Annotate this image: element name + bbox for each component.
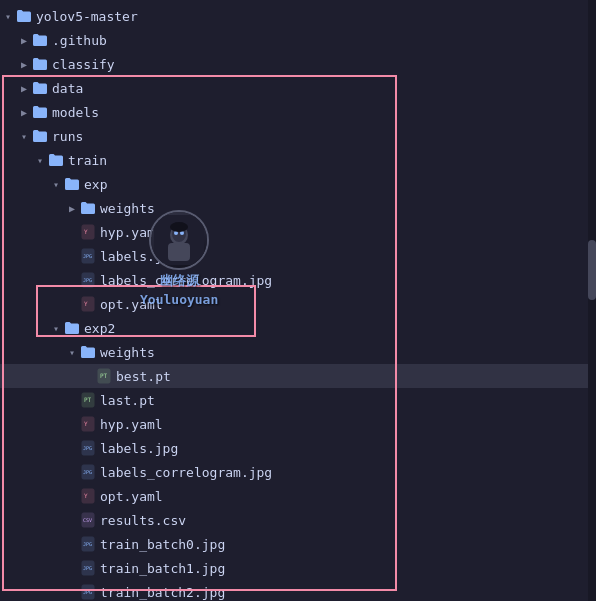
folder-icon [80, 344, 96, 360]
item-label: weights [100, 345, 155, 360]
svg-text:PT: PT [84, 396, 92, 403]
folder-arrow[interactable]: ▶ [16, 104, 32, 120]
tree-item-labelscor1[interactable]: JPG labels_correlogram.jpg [0, 268, 596, 292]
folder-arrow[interactable]: ▶ [16, 32, 32, 48]
svg-text:Y: Y [84, 420, 88, 427]
file-spacer [64, 512, 80, 528]
yaml-icon: Y [80, 224, 96, 240]
item-label: hyp.yaml [100, 417, 163, 432]
item-label: train_batch2.jpg [100, 585, 225, 600]
tree-item-classify[interactable]: ▶ classify [0, 52, 596, 76]
item-label: runs [52, 129, 83, 144]
file-spacer [64, 440, 80, 456]
tree-item-weights1[interactable]: ▶ weights [0, 196, 596, 220]
folder-icon [32, 80, 48, 96]
folder-arrow[interactable]: ▾ [16, 128, 32, 144]
file-spacer [64, 560, 80, 576]
svg-text:Y: Y [84, 300, 88, 307]
folder-arrow[interactable]: ▶ [64, 200, 80, 216]
tree-item-opt1[interactable]: Y opt.yaml [0, 292, 596, 316]
tree-item-lastpt[interactable]: PT last.pt [0, 388, 596, 412]
pt-icon: PT [96, 368, 112, 384]
scrollbar[interactable] [588, 0, 596, 601]
item-label: data [52, 81, 83, 96]
item-label: labels.jpg [100, 441, 178, 456]
svg-text:JPG: JPG [83, 253, 92, 259]
yaml-icon: Y [80, 296, 96, 312]
folder-icon [80, 200, 96, 216]
tree-item-runs[interactable]: ▾ runs [0, 124, 596, 148]
item-label: last.pt [100, 393, 155, 408]
tree-item-bestpt[interactable]: PT best.pt [0, 364, 596, 388]
item-label: .github [52, 33, 107, 48]
folder-icon [64, 176, 80, 192]
file-spacer [64, 416, 80, 432]
item-label: opt.yaml [100, 297, 163, 312]
svg-text:JPG: JPG [83, 589, 92, 595]
scrollbar-thumb[interactable] [588, 240, 596, 300]
folder-arrow[interactable]: ▾ [32, 152, 48, 168]
svg-text:JPG: JPG [83, 277, 92, 283]
file-spacer [64, 224, 80, 240]
folder-icon [16, 8, 32, 24]
item-label: classify [52, 57, 115, 72]
svg-text:Y: Y [84, 228, 88, 235]
tree-item-models[interactable]: ▶ models [0, 100, 596, 124]
file-spacer [64, 248, 80, 264]
folder-arrow[interactable]: ▾ [48, 320, 64, 336]
tree-item-weights2[interactable]: ▾ weights [0, 340, 596, 364]
svg-text:CSV: CSV [83, 517, 92, 523]
item-label: results.csv [100, 513, 186, 528]
item-label: weights [100, 201, 155, 216]
tree-item-github[interactable]: ▶ .github [0, 28, 596, 52]
svg-text:JPG: JPG [83, 445, 92, 451]
file-tree: ▾ yolov5-master▶ .github▶ classify▶ data… [0, 0, 596, 601]
jpg-icon: JPG [80, 560, 96, 576]
svg-text:PT: PT [100, 372, 108, 379]
jpg-icon: JPG [80, 440, 96, 456]
tree-item-batch1[interactable]: JPG train_batch1.jpg [0, 556, 596, 580]
item-label: exp [84, 177, 107, 192]
svg-text:JPG: JPG [83, 541, 92, 547]
jpg-icon: JPG [80, 248, 96, 264]
item-label: opt.yaml [100, 489, 163, 504]
folder-icon [32, 104, 48, 120]
folder-arrow[interactable]: ▾ [64, 344, 80, 360]
item-label: labels.jpg [100, 249, 178, 264]
tree-item-hyp2[interactable]: Y hyp.yaml [0, 412, 596, 436]
item-label: exp2 [84, 321, 115, 336]
file-spacer [64, 392, 80, 408]
file-spacer [64, 296, 80, 312]
file-spacer [64, 584, 80, 600]
item-label: labels_correlogram.jpg [100, 465, 272, 480]
folder-arrow[interactable]: ▶ [16, 80, 32, 96]
tree-item-data[interactable]: ▶ data [0, 76, 596, 100]
tree-item-hyp1[interactable]: Y hyp.yaml [0, 220, 596, 244]
file-spacer [64, 488, 80, 504]
tree-item-results[interactable]: CSV results.csv [0, 508, 596, 532]
file-spacer [80, 368, 96, 384]
folder-arrow[interactable]: ▾ [0, 8, 16, 24]
yaml-icon: Y [80, 416, 96, 432]
jpg-icon: JPG [80, 464, 96, 480]
file-spacer [64, 536, 80, 552]
tree-item-train[interactable]: ▾ train [0, 148, 596, 172]
tree-item-root[interactable]: ▾ yolov5-master [0, 4, 596, 28]
tree-item-batch0[interactable]: JPG train_batch0.jpg [0, 532, 596, 556]
csv-icon: CSV [80, 512, 96, 528]
tree-item-exp[interactable]: ▾ exp [0, 172, 596, 196]
tree-item-labelscor2[interactable]: JPG labels_correlogram.jpg [0, 460, 596, 484]
tree-item-labels1[interactable]: JPG labels.jpg [0, 244, 596, 268]
tree-item-exp2[interactable]: ▾ exp2 [0, 316, 596, 340]
file-spacer [64, 464, 80, 480]
folder-arrow[interactable]: ▶ [16, 56, 32, 72]
tree-item-batch2[interactable]: JPG train_batch2.jpg [0, 580, 596, 601]
jpg-icon: JPG [80, 584, 96, 600]
folder-arrow[interactable]: ▾ [48, 176, 64, 192]
item-label: train_batch1.jpg [100, 561, 225, 576]
jpg-icon: JPG [80, 272, 96, 288]
tree-item-labels2[interactable]: JPG labels.jpg [0, 436, 596, 460]
item-label: hyp.yaml [100, 225, 163, 240]
svg-text:JPG: JPG [83, 469, 92, 475]
tree-item-opt2[interactable]: Y opt.yaml [0, 484, 596, 508]
